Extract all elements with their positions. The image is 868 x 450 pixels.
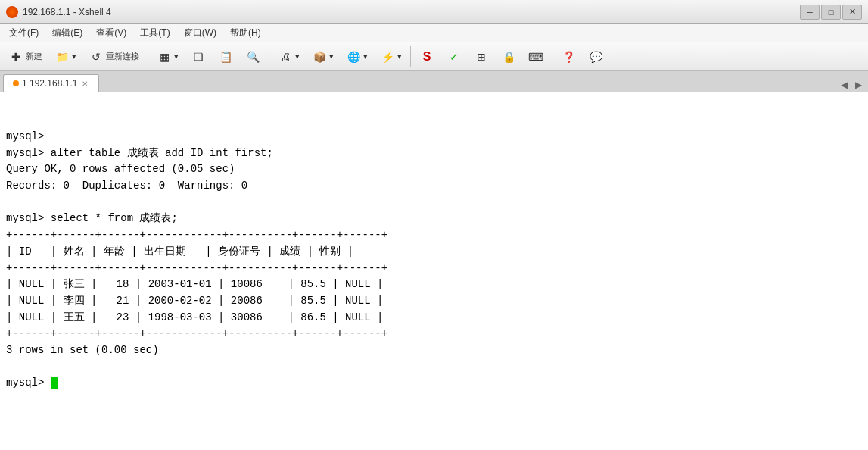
menu-bar: 文件(F) 编辑(E) 查看(V) 工具(T) 窗口(W) 帮助(H) xyxy=(0,24,868,42)
tab-close-icon[interactable]: ✕ xyxy=(80,80,89,88)
keyboard-icon: ⌨ xyxy=(528,49,543,64)
paste-icon: 📋 xyxy=(218,49,233,64)
chat-button[interactable]: 💬 xyxy=(583,45,608,68)
tab-dot xyxy=(13,80,19,86)
copy-button[interactable]: ❏ xyxy=(185,45,211,68)
minimize-button[interactable]: ─ xyxy=(800,5,820,20)
terminal-line-2: Query OK, 0 rows affected (0.05 sec) xyxy=(6,163,235,175)
tab-nav-prev[interactable]: ◀ xyxy=(838,80,851,90)
toolbar-separator-4 xyxy=(552,46,552,67)
terminal-line-13: 3 rows in set (0.00 sec) xyxy=(6,344,159,356)
terminal-line-5: mysql> select * from 成绩表; xyxy=(6,212,178,224)
lock-button[interactable]: 🔒 xyxy=(496,45,521,68)
s-button[interactable]: S xyxy=(414,45,440,68)
grid-button[interactable]: ⊞ xyxy=(468,45,494,68)
print-icon: 🖨 xyxy=(278,49,293,64)
menu-item-edit[interactable]: 编辑(E) xyxy=(46,25,89,41)
find-icon: 🔍 xyxy=(245,49,260,64)
toolbar-separator-2 xyxy=(269,46,269,67)
close-button[interactable]: ✕ xyxy=(842,5,862,20)
open-icon: 📁 xyxy=(54,49,70,64)
terminal-line-0: mysql> xyxy=(6,130,44,142)
terminal-cursor xyxy=(51,377,58,389)
help-icon: ❓ xyxy=(561,49,576,64)
toolbar: ✚ 新建 📁 ▾ ↺ 重新连接 ▦ ▾ ❏ 📋 🔍 🖨 ▾ 📦 ▾ 🌐 ▾ ⚡ … xyxy=(0,42,868,71)
terminal-line-1: mysql> alter table 成绩表 add ID int first; xyxy=(6,147,273,159)
toolbar-separator-1 xyxy=(148,46,148,67)
menu-item-help[interactable]: 帮助(H) xyxy=(224,25,267,41)
toolbar-separator-3 xyxy=(410,46,411,67)
terminal-line-7: | ID | 姓名 | 年龄 | 出生日期 | 身份证号 | 成绩 | 性别 | xyxy=(6,245,353,258)
help-button[interactable]: ❓ xyxy=(555,45,581,68)
keyboard-button[interactable]: ⌨ xyxy=(523,45,549,68)
terminal-line-8: +------+------+------+------------+-----… xyxy=(6,262,387,274)
network-button[interactable]: 🌐 ▾ xyxy=(341,45,373,68)
new-icon: ✚ xyxy=(8,49,23,64)
script-button[interactable]: ⚡ ▾ xyxy=(375,45,407,68)
terminal-line-11: | NULL | 王五 | 23 | 1998-03-03 | 30086 | … xyxy=(6,311,383,323)
tab-bar: 1 192.168.1.1 ✕ ◀ ▶ xyxy=(0,71,868,92)
terminal-button[interactable]: ▦ ▾ xyxy=(151,45,184,68)
transfer-button[interactable]: 📦 ▾ xyxy=(306,45,339,68)
terminal-line-6: +------+------+------+------------+-----… xyxy=(6,229,387,241)
terminal-icon: ▦ xyxy=(157,49,172,64)
check-icon: ✓ xyxy=(446,49,462,64)
open-button[interactable]: 📁 ▾ xyxy=(49,45,82,68)
terminal-line-3: Records: 0 Duplicates: 0 Warnings: 0 xyxy=(6,180,247,192)
find-button[interactable]: 🔍 xyxy=(240,45,266,68)
print-button[interactable]: 🖨 ▾ xyxy=(272,45,305,68)
tab-1[interactable]: 1 192.168.1.1 ✕ xyxy=(3,74,99,92)
window-title: 192.168.1.1 - Xshell 4 xyxy=(23,7,111,17)
terminal[interactable]: mysql> mysql> alter table 成绩表 add ID int… xyxy=(0,92,868,450)
reconnect-button[interactable]: ↺ 重新连接 xyxy=(83,45,145,68)
menu-item-view[interactable]: 查看(V) xyxy=(90,25,132,41)
paste-button[interactable]: 📋 xyxy=(213,45,238,68)
copy-icon: ❏ xyxy=(191,49,206,64)
chat-icon: 💬 xyxy=(588,49,603,64)
tab-label: 1 192.168.1.1 xyxy=(22,78,77,89)
grid-icon: ⊞ xyxy=(474,49,489,64)
terminal-line-9: | NULL | 张三 | 18 | 2003-01-01 | 10086 | … xyxy=(6,278,383,290)
s-icon: S xyxy=(419,49,434,64)
terminal-line-12: +------+------+------+------------+-----… xyxy=(6,327,387,339)
title-bar: 192.168.1.1 - Xshell 4 ─ □ ✕ xyxy=(0,0,868,24)
terminal-line-10: | NULL | 李四 | 21 | 2000-02-02 | 20086 | … xyxy=(6,295,383,307)
transfer-icon: 📦 xyxy=(312,49,327,64)
tab-nav-next[interactable]: ▶ xyxy=(852,80,865,90)
maximize-button[interactable]: □ xyxy=(821,5,841,20)
menu-item-tools[interactable]: 工具(T) xyxy=(134,25,176,41)
reconnect-icon: ↺ xyxy=(89,49,104,64)
script-icon: ⚡ xyxy=(380,49,395,64)
menu-item-file[interactable]: 文件(F) xyxy=(3,25,45,41)
menu-item-window[interactable]: 窗口(W) xyxy=(178,25,222,41)
check-button[interactable]: ✓ xyxy=(441,45,467,68)
terminal-content: mysql> mysql> alter table 成绩表 add ID int… xyxy=(6,129,862,392)
app-icon xyxy=(6,6,18,18)
network-icon: 🌐 xyxy=(346,49,361,64)
new-button[interactable]: ✚ 新建 xyxy=(3,45,48,68)
terminal-prompt: mysql> xyxy=(6,377,51,389)
lock-icon: 🔒 xyxy=(501,49,516,64)
